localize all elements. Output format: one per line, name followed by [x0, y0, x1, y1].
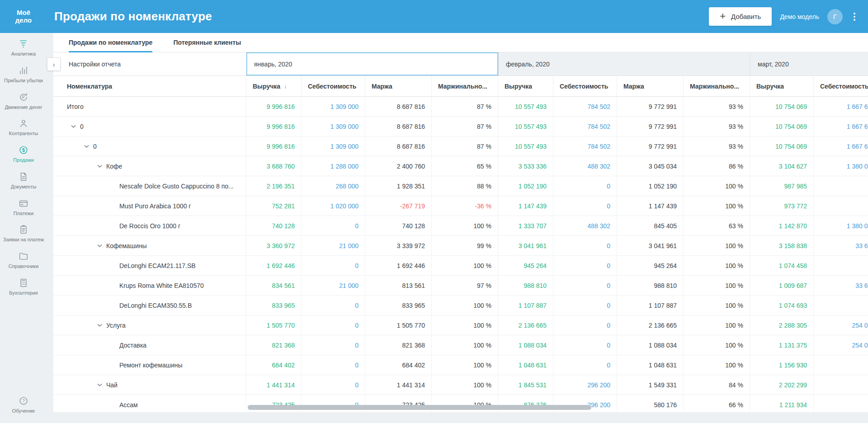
cell-cost: 0 — [553, 256, 617, 275]
cell-cost: 784 502 — [553, 136, 617, 156]
cell-margin: 813 561 — [365, 276, 432, 295]
cell-cost: 0 — [553, 236, 617, 255]
app-logo[interactable]: Моё дело — [0, 9, 47, 24]
column-header-revenue-m1[interactable]: Выручка↓ — [246, 76, 302, 96]
cell-margin: 1 052 190 — [617, 176, 684, 196]
row-name-cell: Krups Roma White EA810570 — [53, 276, 246, 295]
sidebar-item-label: Бухгалтерия — [9, 290, 38, 296]
directories-icon — [19, 251, 28, 261]
cell-revenue: 3 360 972 — [246, 236, 302, 255]
cell-marginality: -36 % — [432, 196, 498, 216]
sidebar-item-documents[interactable]: Документы — [0, 168, 47, 194]
sidebar-item-analytics[interactable]: Аналитика — [0, 35, 47, 61]
month-header-3[interactable]: март, 2020 — [750, 52, 868, 75]
column-header-cost-m2[interactable]: Себестоимость — [553, 76, 617, 96]
column-header-cost-m3[interactable]: Себестоимость — [814, 76, 868, 96]
sidebar-item-education[interactable]: ?Обучение — [0, 392, 47, 418]
cell-marginality: 100 % — [684, 355, 750, 375]
column-header-marginality-m1[interactable]: Маржинально... — [432, 76, 498, 96]
cell-revenue: 1 692 446 — [246, 256, 302, 275]
tab-sales-by-nomenclature[interactable]: Продажи по номенклатуре — [69, 33, 152, 52]
cell-cost — [814, 196, 868, 216]
avatar[interactable]: Г — [827, 9, 843, 24]
cell-margin: 1 048 631 — [617, 355, 684, 375]
expand-chevron-icon[interactable] — [97, 244, 106, 248]
column-header-margin-m2[interactable]: Маржа — [617, 76, 684, 96]
documents-icon — [19, 172, 28, 182]
settings-panel-toggle[interactable]: › — [47, 57, 61, 71]
cell-margin: 9 772 991 — [617, 136, 684, 156]
cell-marginality: 100 % — [432, 335, 498, 355]
column-header-margin-m1[interactable]: Маржа — [365, 76, 432, 96]
column-header-label: Маржинально... — [690, 83, 739, 90]
sidebar-item-label: Заявки на платеж — [3, 237, 44, 243]
sidebar-item-accounting[interactable]: Бухгалтерия — [0, 274, 47, 301]
tab-lost-clients[interactable]: Потерянные клиенты — [173, 33, 241, 52]
sidebar-item-contractors[interactable]: Контрагенты — [0, 114, 47, 141]
column-header-label: Себестоимость — [560, 83, 608, 90]
column-header-marginality-m2[interactable]: Маржинально... — [684, 76, 750, 96]
month-header-2[interactable]: февраль, 2020 — [498, 52, 750, 75]
tabs: Продажи по номенклатуреПотерянные клиент… — [53, 33, 868, 52]
add-button[interactable]: + Добавить — [709, 7, 772, 26]
report-card: Продажи по номенклатуреПотерянные клиент… — [53, 33, 868, 412]
profit-loss-icon — [19, 66, 28, 75]
column-header-revenue-m2[interactable]: Выручка — [498, 76, 553, 96]
cell-cost: 1 380 000 — [814, 156, 868, 176]
column-header-cost-m1[interactable]: Себестоимость — [302, 76, 365, 96]
cell-marginality: 100 % — [684, 256, 750, 275]
logo-line-2: дело — [15, 17, 32, 24]
cell-marginality: 87 % — [432, 97, 498, 116]
cell-revenue: 988 810 — [498, 276, 553, 295]
column-header-label: Выручка — [756, 83, 784, 90]
cell-margin: 3 339 972 — [365, 236, 432, 255]
cell-marginality: 93 % — [684, 117, 750, 136]
plus-icon: + — [720, 11, 726, 21]
horizontal-scrollbar[interactable] — [53, 405, 868, 410]
sidebar-item-sales[interactable]: $Продажи — [0, 141, 47, 168]
month-header-1[interactable]: январь, 2020 — [246, 52, 498, 75]
report-settings[interactable]: Настройки отчета — [53, 52, 246, 75]
column-header-label: Маржа — [623, 83, 644, 90]
expand-chevron-icon[interactable] — [71, 125, 80, 128]
cell-revenue: 1 074 693 — [750, 296, 814, 315]
cell-revenue: 1 052 190 — [498, 176, 553, 196]
cell-marginality: 88 % — [432, 176, 498, 196]
education-icon: ? — [19, 396, 28, 406]
cell-revenue: 10 754 069 — [750, 97, 814, 116]
sidebar-item-directories[interactable]: Справочники — [0, 247, 47, 274]
cell-cost: 0 — [553, 196, 617, 216]
cell-revenue: 3 104 627 — [750, 156, 814, 176]
row-label: DeLonghi ECAM350.55.B — [119, 302, 192, 309]
row-name-cell: Итого — [53, 97, 246, 116]
column-header-nomenclature[interactable]: Номенклатура — [53, 76, 246, 96]
sidebar-item-profit-loss[interactable]: Прибыли убытки — [0, 61, 47, 88]
column-header-revenue-m3[interactable]: Выручка — [750, 76, 814, 96]
expand-chevron-icon[interactable] — [97, 383, 106, 387]
cell-margin: 1 107 887 — [617, 296, 684, 315]
scrollbar-thumb[interactable] — [248, 405, 591, 410]
column-header-label: Маржинально... — [438, 83, 487, 90]
cell-marginality: 100 % — [432, 256, 498, 275]
cell-revenue: 10 557 493 — [498, 136, 553, 156]
payments-icon — [19, 198, 28, 208]
cell-cost: 0 — [302, 296, 365, 315]
expand-chevron-icon[interactable] — [97, 324, 106, 327]
cell-cost: 1 667 600 — [814, 136, 868, 156]
cell-revenue: 9 996 816 — [246, 136, 302, 156]
sidebar-item-payments[interactable]: Платежи — [0, 194, 47, 221]
cell-revenue: 821 368 — [246, 335, 302, 355]
kebab-menu-icon[interactable] — [851, 11, 858, 23]
svg-text:₽: ₽ — [22, 95, 25, 99]
sidebar-item-payment-requests[interactable]: Заявки на платеж — [0, 221, 47, 247]
expand-chevron-icon[interactable] — [84, 145, 93, 148]
sort-desc-icon[interactable]: ↓ — [284, 83, 287, 89]
table-body: Итого9 996 8161 309 0008 687 81687 %10 5… — [53, 97, 868, 412]
expand-chevron-icon[interactable] — [97, 164, 106, 168]
row-label: Услуга — [106, 322, 126, 329]
cell-revenue: 3 533 336 — [498, 156, 553, 176]
cell-cost — [814, 355, 868, 375]
cell-cost: 1 309 000 — [302, 117, 365, 136]
table-row: Krups Roma White EA810570834 56121 00081… — [53, 276, 868, 296]
sidebar-item-money-flow[interactable]: ₽Движение денег — [0, 88, 47, 115]
